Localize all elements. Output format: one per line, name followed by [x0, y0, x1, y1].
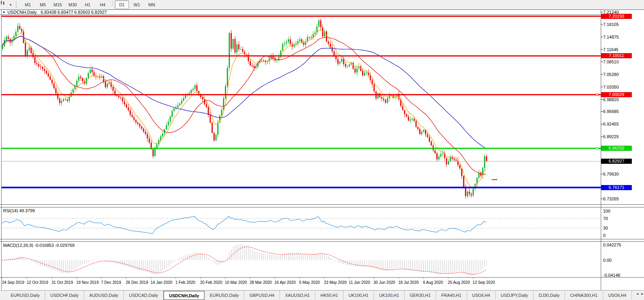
symbol-tab-usoil-h4[interactable]: USOil,H4 [603, 291, 632, 300]
symbol-tab-uk100-h1[interactable]: UK100,H1 [344, 291, 374, 300]
candle [478, 170, 480, 180]
candle [231, 30, 232, 52]
candle [286, 39, 287, 46]
candle [212, 122, 213, 133]
ma-fast-line [2, 30, 486, 187]
symbol-tab-ger30-h1[interactable]: GER30,H1 [405, 291, 436, 300]
price-axis-label: 7.11645 [603, 47, 618, 52]
date-label: 18 Jul 2020 [398, 280, 419, 285]
candle [265, 60, 266, 65]
scroll-right-icon[interactable]: ▸ [641, 292, 643, 296]
price-axis-label: 6.98820 [603, 97, 619, 102]
symbol-tab-usdcad-daily[interactable]: USDCAD,Daily [124, 291, 164, 300]
trading-terminal: ▼ M1M5M15M30H1H4D1W1MN ▼ USDCNH,Daily 6.… [0, 0, 644, 300]
candle [322, 24, 323, 38]
candle [418, 126, 419, 131]
symbol-tab-gbpusd-h4[interactable]: GBPUSD,H4 [244, 291, 280, 300]
candle [467, 191, 468, 198]
candle [27, 49, 28, 59]
candle [305, 39, 306, 48]
candle [375, 91, 377, 100]
candle [320, 19, 321, 30]
candle [404, 109, 405, 117]
candle [70, 90, 72, 97]
candle [185, 93, 186, 100]
price-axis-label: 6.89225 [603, 134, 619, 139]
symbol-tab-usdcnh-daily[interactable]: USDCNH,Daily [164, 291, 204, 300]
scroll-left-icon[interactable]: ◂ [637, 292, 638, 296]
candle [410, 116, 411, 123]
candle [229, 32, 230, 71]
candle [166, 122, 167, 130]
date-label: 19 Nov 2019 [76, 280, 99, 285]
candle [78, 74, 79, 83]
symbol-tab-usdjpy-daily[interactable]: USDJPY,Daily [496, 291, 534, 300]
candle [90, 69, 91, 74]
candle [263, 59, 264, 62]
candle [82, 77, 83, 84]
symbol-tab-audusd-daily[interactable]: AUDUSD,Daily [84, 291, 124, 300]
ma-slow-line [2, 36, 486, 148]
candle [213, 132, 215, 142]
rsi-axis-label: 30 [603, 226, 608, 230]
price-axis-label: 6.79630 [603, 172, 619, 176]
date-label: 5 May 2020 [299, 280, 320, 285]
candle [225, 83, 226, 100]
candle [309, 36, 310, 39]
candle [446, 157, 447, 167]
symbol-tab-fra40-h1[interactable]: FRA40,H1 [436, 291, 467, 300]
price-level-label: 6.86250 [601, 146, 632, 151]
candle [377, 92, 379, 100]
date-label: 25 Aug 2020 [448, 280, 470, 285]
candle [282, 42, 283, 52]
candle [284, 41, 285, 47]
candle [335, 53, 337, 62]
price-level-label: 7.20193 [601, 14, 632, 19]
candle [196, 83, 197, 93]
date-label: 12 Oct 2019 [27, 280, 48, 285]
level-handle[interactable] [596, 94, 598, 96]
symbol-tab-usoil-h4[interactable]: USOil,H4 [467, 291, 496, 300]
candle [318, 19, 320, 28]
candle [288, 37, 289, 44]
date-label: 28 Mar 2020 [250, 280, 272, 285]
rsi-axis-label: 70 [603, 216, 608, 221]
symbol-tab-eurusd-daily[interactable]: EURUSD,Daily [6, 291, 45, 300]
symbol-tab-dj30-daily[interactable]: DJ30,Daily [534, 291, 565, 300]
candle [330, 41, 331, 48]
candle [193, 87, 194, 92]
level-handle[interactable] [596, 147, 598, 149]
candle [372, 78, 373, 87]
candle [438, 154, 440, 161]
candle [169, 115, 171, 124]
symbol-tab-usdchf-daily[interactable]: USDCHF,Daily [45, 291, 84, 300]
candle [362, 68, 363, 76]
candle [183, 95, 184, 102]
candle [429, 135, 430, 143]
candle [463, 175, 464, 189]
rsi-axis-label: 0 [603, 233, 605, 238]
candle [21, 27, 22, 33]
candle [88, 71, 89, 79]
candle [101, 74, 102, 78]
date-label: 1 Feb 2020 [175, 280, 195, 285]
price-axis-label: 6.73265 [603, 196, 619, 201]
macd-axis-label: -0.04148 [603, 273, 620, 278]
chart-canvas[interactable] [0, 0, 644, 300]
candle [210, 112, 211, 124]
candle [61, 98, 62, 106]
candle [347, 65, 348, 69]
candle [227, 65, 228, 88]
candle [38, 61, 39, 69]
symbol-tab-xauusd-h1[interactable]: XAUUSD,H1 [280, 291, 315, 300]
candle [63, 98, 64, 102]
symbol-tab-china300-h1[interactable]: CHINA300,H1 [565, 291, 603, 300]
symbol-tab-eurusd-daily[interactable]: EURUSD,Daily [204, 291, 244, 300]
candle [234, 36, 236, 55]
candle [398, 91, 399, 101]
candle [473, 188, 474, 197]
candle [248, 52, 249, 64]
symbol-tab-uk100-h1[interactable]: UK100,H1 [374, 291, 405, 300]
symbol-tab-hk50-h1[interactable]: HK50,H1 [315, 291, 344, 300]
date-label: 14 Jan 2020 [151, 280, 172, 285]
